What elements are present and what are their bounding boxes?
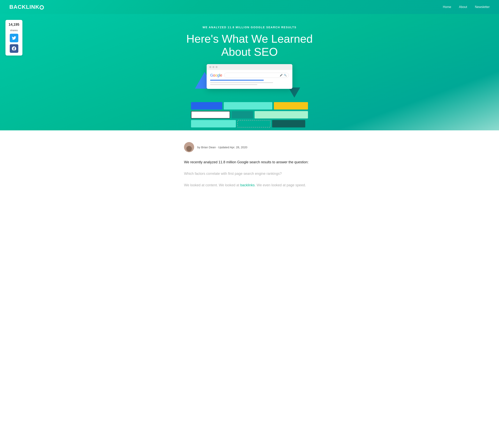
- block-yellow: [274, 102, 308, 110]
- body-paragraph: We looked at content. We looked at backl…: [184, 182, 315, 188]
- google-logo: Google: [210, 73, 222, 78]
- block-row-1: [191, 102, 308, 110]
- share-widget: 14,195 shares: [5, 20, 22, 56]
- hero-title: Here's What We Learned About SEO: [174, 32, 325, 58]
- result-line-2: [210, 84, 257, 85]
- twitter-icon: [12, 36, 16, 40]
- deco-triangle-teal: [289, 87, 300, 98]
- block-mint: [224, 102, 272, 110]
- browser-bar: [207, 64, 292, 70]
- block-dteal: [272, 120, 305, 128]
- share-count: 14,195: [9, 23, 19, 27]
- site-logo[interactable]: BACKLINK: [9, 4, 44, 10]
- content-inner: by Brian Dean · Updated Apr. 28, 2020 We…: [179, 142, 320, 188]
- hero-section: 14,195 shares WE ANALYZED 11.8 MILLION G…: [0, 14, 499, 130]
- browser-dot-2: [212, 66, 214, 68]
- hero-text: WE ANALYZED 11.8 MILLION GOOGLE SEARCH R…: [174, 26, 325, 58]
- author-byline: by Brian Dean · Updated Apr. 28, 2020: [197, 145, 247, 149]
- block-teal: [232, 111, 253, 118]
- nav-newsletter[interactable]: Newsletter: [475, 5, 490, 9]
- hero-subtitle: WE ANALYZED 11.8 MILLION GOOGLE SEARCH R…: [174, 26, 325, 29]
- illustration: Google 🎤 🔍: [191, 64, 308, 130]
- search-icon-g: 🔍: [284, 74, 287, 77]
- block-dashed: [237, 120, 271, 128]
- backlinks-link[interactable]: backlinks: [240, 183, 255, 187]
- avatar: [184, 142, 194, 152]
- browser-dot-1: [209, 66, 211, 68]
- result-line-1: [210, 82, 273, 83]
- result-line-blue: [210, 80, 264, 81]
- mic-icon: 🎤: [280, 74, 283, 77]
- content-area: by Brian Dean · Updated Apr. 28, 2020 We…: [0, 130, 499, 201]
- intro-paragraph: We recently analyzed 11.8 million Google…: [184, 159, 315, 165]
- block-blue: [191, 102, 222, 110]
- navbar: BACKLINK Home About Newsletter: [0, 0, 499, 14]
- facebook-share-button[interactable]: [10, 44, 18, 53]
- avatar-head: [186, 146, 192, 151]
- author-row: by Brian Dean · Updated Apr. 28, 2020: [184, 142, 315, 152]
- results-blocks: [191, 102, 308, 129]
- facebook-icon: [12, 46, 16, 51]
- google-search-row: Google 🎤 🔍: [210, 73, 289, 78]
- browser-window: Google 🎤 🔍: [207, 64, 292, 89]
- block-outline: [191, 111, 230, 118]
- browser-content: Google 🎤 🔍: [207, 70, 292, 89]
- nav-about[interactable]: About: [459, 5, 467, 9]
- block-mint2: [191, 120, 236, 128]
- twitter-share-button[interactable]: [10, 34, 18, 42]
- nav-home[interactable]: Home: [443, 5, 451, 9]
- nav-links: Home About Newsletter: [443, 5, 490, 9]
- question-paragraph: Which factors correlate with first page …: [184, 171, 315, 177]
- block-row-3: [191, 120, 308, 128]
- block-ltmint: [255, 111, 308, 118]
- block-row-2: [191, 111, 308, 118]
- google-search-bar: 🎤 🔍: [224, 73, 289, 78]
- browser-dot-3: [216, 66, 218, 68]
- share-label: shares: [10, 29, 18, 32]
